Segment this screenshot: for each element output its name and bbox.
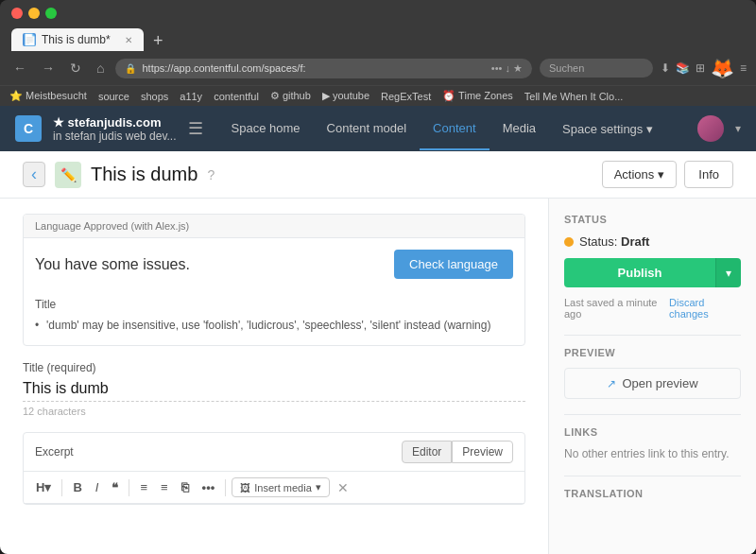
bookmarks-bar: ⭐ Meistbesucht source shops a11y content…	[0, 85, 756, 106]
actions-button[interactable]: Actions ▾	[602, 161, 678, 188]
divider-1	[564, 335, 741, 336]
traffic-lights	[11, 8, 745, 23]
bookmark-tellme[interactable]: Tell Me When It Clo...	[524, 91, 624, 102]
nav-content-model[interactable]: Content model	[314, 108, 421, 150]
tab-title: This is dumb*	[42, 33, 111, 46]
editor-area: Language Approved (with Alex.js) You hav…	[0, 199, 548, 554]
bookmark-youtube[interactable]: ▶ youtube	[322, 90, 369, 102]
toolbar-separator-3	[225, 479, 226, 496]
close-button[interactable]	[11, 8, 23, 19]
address-bar[interactable]: 🔒 https://app.contentful.com/spaces/f: •…	[115, 59, 532, 78]
language-banner-header: Language Approved (with Alex.js)	[24, 215, 524, 238]
minimize-button[interactable]	[28, 8, 40, 19]
bookmark-timezones[interactable]: ⏰ Time Zones	[442, 90, 513, 102]
italic-button[interactable]: I	[91, 478, 104, 496]
app-header: C ★ stefanjudis.com in stefan judis web …	[0, 106, 756, 151]
tab-favicon: 📄	[23, 33, 36, 46]
link-button[interactable]: ⎘	[177, 478, 194, 496]
bookmark-regextest[interactable]: RegExTest	[381, 91, 431, 102]
remove-button[interactable]: ✕	[337, 480, 349, 495]
chevron-down-icon: ▾	[646, 122, 653, 136]
bookmark-meistbesucht[interactable]: ⭐ Meistbesucht	[9, 90, 87, 102]
status-value: Draft	[621, 234, 649, 249]
preview-section: PREVIEW ↗ Open preview	[564, 347, 741, 399]
insert-media-chevron-icon: ▾	[316, 481, 321, 493]
info-button[interactable]: Info	[684, 161, 733, 188]
title-field-label: Title (required)	[23, 361, 525, 374]
open-preview-button[interactable]: ↗ Open preview	[564, 368, 741, 399]
entry-header: ‹ ✏️ This is dumb ? Actions ▾ Info	[0, 151, 756, 199]
title-field-value[interactable]: This is dumb	[23, 380, 525, 402]
lock-icon: 🔒	[125, 63, 136, 74]
add-tab-button[interactable]: +	[147, 31, 169, 51]
hamburger-icon[interactable]: ☰	[188, 118, 203, 139]
nav-media[interactable]: Media	[490, 108, 549, 150]
links-section: LINKS No other entries link to this entr…	[564, 426, 741, 460]
address-actions: ••• ↓ ★	[491, 62, 523, 75]
insert-media-button[interactable]: 🖼 Insert media ▾	[232, 477, 330, 497]
main-layout: Language Approved (with Alex.js) You hav…	[0, 199, 756, 554]
publish-chevron-icon: ▾	[726, 267, 731, 280]
firefox-logo: 🦊	[711, 57, 734, 79]
divider-3	[564, 476, 741, 476]
forward-button[interactable]: →	[38, 59, 59, 78]
entry-type-icon: ✏️	[55, 162, 81, 188]
bold-button[interactable]: B	[68, 478, 86, 496]
divider-2	[564, 414, 741, 415]
language-banner-body: You have some issues. Check language	[24, 238, 524, 290]
bookmark-a11y[interactable]: a11y	[180, 91, 202, 102]
tab-close-icon[interactable]: ✕	[125, 35, 132, 45]
title-field-section: Title (required) This is dumb 12 charact…	[23, 361, 525, 417]
nav-content[interactable]: Content	[420, 108, 490, 150]
bullet-list-button[interactable]: ≡	[135, 478, 152, 496]
nav-space-home[interactable]: Space home	[218, 108, 314, 150]
heading-button[interactable]: H▾	[31, 478, 56, 496]
check-language-button[interactable]: Check language	[394, 250, 513, 279]
issue-item: 'dumb' may be insensitive, use 'foolish'…	[35, 317, 513, 334]
excerpt-label: Excerpt	[35, 445, 74, 459]
help-icon[interactable]: ?	[207, 167, 215, 182]
download-icon[interactable]: ⬇	[661, 61, 670, 75]
bookmark-source[interactable]: source	[98, 91, 129, 102]
reload-button[interactable]: ↻	[66, 59, 85, 78]
entry-title: This is dumb	[91, 164, 198, 185]
menu-icon[interactable]: ≡	[740, 61, 747, 75]
library-icon[interactable]: 📚	[676, 61, 690, 75]
toolbar-separator	[61, 479, 62, 496]
publish-dropdown-button[interactable]: ▾	[715, 258, 741, 287]
translation-section: TRANSLATION	[564, 488, 741, 499]
title-field-hint: 12 characters	[23, 406, 525, 417]
bookmark-github[interactable]: ⚙ github	[270, 90, 311, 102]
issues-list: Title 'dumb' may be insensitive, use 'fo…	[24, 290, 524, 345]
nav-space-settings[interactable]: Space settings ▾	[549, 108, 666, 150]
rich-text-toolbar: H▾ B I ❝ ≡ ≡ ⎘ ••• 🖼	[24, 472, 524, 504]
search-bar[interactable]: Suchen	[540, 59, 653, 78]
address-text: https://app.contentful.com/spaces/f:	[142, 62, 485, 74]
avatar-dropdown-icon[interactable]: ▾	[735, 122, 741, 135]
maximize-button[interactable]	[45, 8, 57, 19]
publish-button[interactable]: Publish	[564, 258, 715, 287]
ordered-list-button[interactable]: ≡	[156, 478, 173, 496]
excerpt-section: Excerpt Editor Preview H▾ B I ❝	[23, 432, 525, 505]
nav-bar: ← → ↻ ⌂ 🔒 https://app.contentful.com/spa…	[0, 51, 756, 85]
discard-changes-link[interactable]: Discard changes	[669, 297, 741, 320]
status-label: Status: Draft	[579, 234, 649, 249]
bookmark-shops[interactable]: shops	[141, 91, 168, 102]
home-button[interactable]: ⌂	[93, 59, 108, 78]
quote-button[interactable]: ❝	[107, 478, 123, 496]
more-options-button[interactable]: •••	[198, 478, 220, 496]
bookmark-contentful[interactable]: contentful	[214, 91, 259, 102]
back-button[interactable]: ←	[9, 59, 30, 78]
back-to-list-button[interactable]: ‹	[23, 162, 45, 187]
editor-tab-button[interactable]: Editor	[402, 441, 452, 463]
links-text: No other entries link to this entry.	[564, 447, 741, 460]
preview-tab-button[interactable]: Preview	[452, 441, 513, 463]
sidebar: STATUS Status: Draft Publish ▾	[548, 199, 756, 554]
status-section: STATUS Status: Draft Publish ▾	[564, 214, 741, 320]
browser-tab[interactable]: 📄 This is dumb* ✕	[11, 28, 144, 51]
excerpt-tab-buttons: Editor Preview	[402, 441, 513, 463]
avatar[interactable]	[697, 115, 724, 142]
publish-btn-row: Publish ▾	[564, 258, 741, 287]
saved-row: Last saved a minute ago Discard changes	[564, 297, 741, 320]
extensions-icon[interactable]: ⊞	[696, 61, 705, 75]
